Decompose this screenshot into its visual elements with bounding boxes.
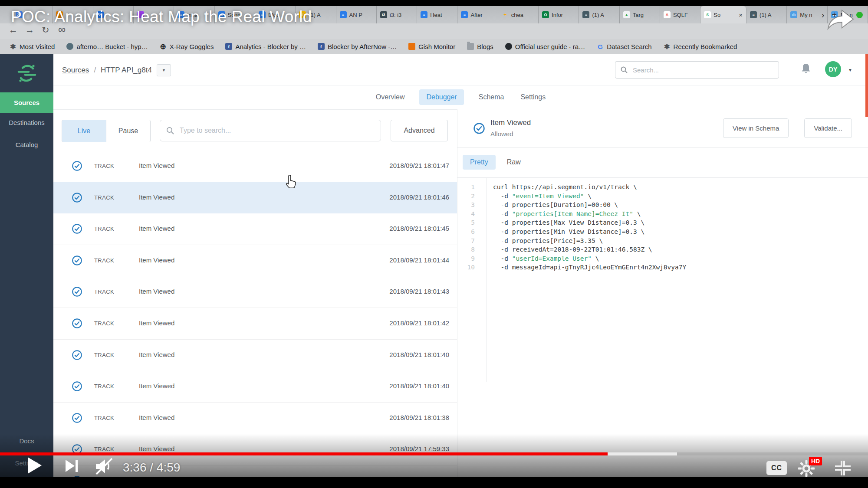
segment-logo-icon[interactable] bbox=[17, 63, 37, 83]
bookmark-label: Dataset Search bbox=[607, 43, 651, 50]
global-search[interactable] bbox=[615, 61, 779, 79]
notifications-bell-icon[interactable] bbox=[800, 62, 812, 75]
line-number: 9 bbox=[457, 254, 480, 263]
event-row[interactable]: TRACKItem Viewed2018/09/21 18:01:47 bbox=[53, 151, 457, 182]
code-text: -d "properties[Item Name]=Cheez It" \ bbox=[480, 210, 641, 219]
event-name: Item Viewed bbox=[139, 256, 174, 264]
bookmark-item[interactable]: GDataset Search bbox=[597, 43, 651, 50]
code-line: 6 -d properties[Min View Distance]=0.3 \ bbox=[457, 227, 868, 236]
event-row[interactable]: TRACKItem Viewed2018/09/21 18:01:44 bbox=[53, 245, 457, 277]
avatar[interactable]: DY bbox=[825, 61, 841, 77]
tab-debugger[interactable]: Debugger bbox=[419, 89, 464, 105]
tab-raw[interactable]: Raw bbox=[505, 155, 523, 170]
event-row[interactable]: TRACKItem Viewed2018/09/21 18:01:43 bbox=[53, 276, 457, 308]
event-timestamp: 2018/09/21 18:01:38 bbox=[389, 414, 449, 421]
track-check-icon bbox=[72, 255, 82, 266]
browser-tab[interactable]: ≡(1) A bbox=[746, 6, 787, 23]
bookmark-item[interactable]: fBlocker by AfterNow -… bbox=[318, 43, 397, 50]
track-check-icon bbox=[72, 223, 82, 234]
event-status-icon bbox=[72, 160, 82, 173]
account-menu-caret-icon[interactable]: ▼ bbox=[848, 68, 852, 72]
global-search-input[interactable] bbox=[632, 66, 773, 74]
browser-tab[interactable]: ✦chea bbox=[498, 6, 539, 23]
bookmark-label: Official user guide · ra… bbox=[515, 43, 585, 50]
event-row[interactable]: TRACKItem Viewed2018/09/21 18:01:40 bbox=[53, 371, 457, 403]
event-timestamp: 2018/09/21 18:01:43 bbox=[389, 288, 449, 295]
browser-tab[interactable]: ASQLF bbox=[660, 6, 700, 23]
code-text: -d "event=Item Viewed" \ bbox=[480, 192, 592, 201]
bookmark-item[interactable]: Official user guide · ra… bbox=[505, 43, 585, 50]
progress-bar[interactable] bbox=[0, 452, 868, 455]
tab-pretty[interactable]: Pretty bbox=[463, 155, 496, 170]
folder-icon bbox=[467, 43, 474, 50]
validate-button[interactable]: Validate... bbox=[804, 118, 852, 138]
browser-tab[interactable]: SSo× bbox=[700, 6, 746, 23]
bookmark-item[interactable]: ✱Most Visited bbox=[10, 43, 55, 50]
browser-tab[interactable]: ≡(1) A bbox=[579, 6, 619, 23]
line-number: 7 bbox=[457, 236, 480, 246]
event-name: Item Viewed bbox=[139, 193, 174, 201]
bookmark-item[interactable]: ⊕X-Ray Goggles bbox=[160, 43, 214, 50]
browser-tab[interactable]: ≡After bbox=[457, 6, 498, 23]
video-title[interactable]: POC: Analytics: Heat Map the Real World bbox=[11, 8, 312, 26]
exit-fullscreen-icon[interactable] bbox=[835, 461, 851, 475]
reload-button[interactable]: ↻ bbox=[42, 25, 49, 35]
event-row[interactable]: TRACKItem Viewed2018/09/21 18:01:45 bbox=[53, 213, 457, 245]
bookmark-item[interactable]: Gish Monitor bbox=[408, 43, 455, 50]
tab-schema[interactable]: Schema bbox=[477, 89, 506, 105]
source-switcher-button[interactable]: ▼ bbox=[157, 64, 171, 76]
event-row[interactable]: TRACKItem Viewed2018/09/21 18:01:38 bbox=[53, 403, 457, 434]
played-bar bbox=[0, 452, 608, 455]
google-icon: G bbox=[597, 43, 604, 50]
play-button[interactable] bbox=[25, 455, 43, 475]
line-number: 2 bbox=[457, 192, 480, 201]
bookmark-item[interactable]: afterno… Bucket - hyp… bbox=[66, 43, 148, 50]
code-line: 8 -d receivedAt=2018-09-22T01:01:46.583Z… bbox=[457, 245, 868, 254]
track-check-icon bbox=[72, 160, 82, 171]
live-button[interactable]: Live bbox=[62, 120, 106, 142]
breadcrumb-sources-link[interactable]: Sources bbox=[62, 66, 89, 75]
sidebar-item-sources[interactable]: Sources bbox=[0, 92, 53, 113]
bookmark-item[interactable]: fAnalytics - Blocker by … bbox=[225, 43, 306, 50]
source-tabs: OverviewDebuggerSchemaSettings bbox=[53, 85, 868, 110]
browser-tab[interactable]: ≡AN P bbox=[336, 6, 377, 23]
advanced-button[interactable]: Advanced bbox=[391, 120, 448, 141]
tab-overview[interactable]: Overview bbox=[374, 89, 407, 105]
gear-icon: ✱ bbox=[10, 43, 16, 50]
bookmark-item[interactable]: Blogs bbox=[467, 43, 493, 50]
event-row[interactable]: TRACKItem Viewed2018/09/21 18:01:46 bbox=[53, 182, 457, 214]
event-name: Item Viewed bbox=[139, 162, 174, 169]
sidebar-item-catalog[interactable]: Catalog bbox=[0, 141, 53, 148]
back-button[interactable]: ← bbox=[9, 25, 18, 35]
browser-tab-title: My n bbox=[800, 12, 812, 18]
sidebar-item-destinations[interactable]: Destinations bbox=[0, 119, 53, 126]
mute-icon[interactable] bbox=[95, 458, 114, 475]
event-status-icon bbox=[72, 413, 82, 425]
event-status-icon bbox=[72, 286, 82, 299]
share-arrow-icon[interactable] bbox=[824, 6, 856, 33]
event-row[interactable]: TRACKItem Viewed2018/09/21 18:01:40 bbox=[53, 340, 457, 371]
browser-tab-title: So bbox=[713, 12, 720, 18]
mouse-cursor bbox=[285, 174, 298, 190]
tab-settings[interactable]: Settings bbox=[519, 89, 547, 105]
captions-button[interactable]: CC bbox=[766, 461, 787, 475]
next-button[interactable] bbox=[64, 459, 79, 473]
breadcrumb-separator: / bbox=[94, 66, 96, 75]
bookmark-item[interactable]: ✱Recently Bookmarked bbox=[664, 43, 737, 50]
event-row[interactable]: TRACKItem Viewed2018/09/21 18:01:42 bbox=[53, 308, 457, 340]
view-in-schema-button[interactable]: View in Schema bbox=[723, 118, 789, 138]
i3-favicon-icon: i3 bbox=[380, 11, 387, 18]
pause-button[interactable]: Pause bbox=[106, 120, 150, 142]
browser-tab[interactable]: OInfor bbox=[539, 6, 579, 23]
event-search[interactable] bbox=[160, 120, 381, 141]
ring-favicon-icon: O bbox=[542, 11, 549, 18]
event-name: Item Viewed bbox=[139, 288, 174, 295]
browser-tab[interactable]: i3i3: i3 bbox=[377, 6, 417, 23]
forward-button[interactable]: → bbox=[25, 25, 34, 35]
track-check-icon bbox=[72, 286, 82, 297]
browser-tab[interactable]: ▲Targ bbox=[620, 6, 660, 23]
event-search-input[interactable] bbox=[179, 126, 375, 135]
browser-tab[interactable]: ≡Heat bbox=[417, 6, 457, 23]
browser-tab-title: AN P bbox=[349, 12, 362, 18]
tab-close-icon[interactable]: × bbox=[739, 11, 743, 19]
